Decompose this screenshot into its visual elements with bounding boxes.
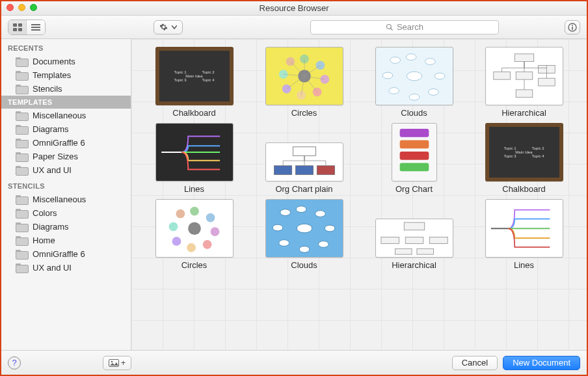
template-lines[interactable]: Lines bbox=[139, 123, 249, 194]
folder-icon bbox=[16, 139, 27, 147]
add-resource-button[interactable]: + bbox=[103, 356, 131, 370]
svg-rect-38 bbox=[514, 54, 534, 62]
svg-rect-51 bbox=[399, 163, 429, 172]
template-label: Circles bbox=[181, 260, 207, 270]
sidebar-item-uxui[interactable]: UX and UI bbox=[1, 163, 131, 177]
template-grid-area: Topic 1Topic 2 Main Idea Topic 3Topic 4 … bbox=[131, 39, 587, 350]
svg-point-57 bbox=[187, 243, 196, 252]
svg-point-60 bbox=[176, 209, 185, 219]
svg-point-10 bbox=[572, 25, 573, 26]
svg-point-63 bbox=[296, 206, 306, 213]
sidebar-item-diagrams[interactable]: Diagrams bbox=[1, 122, 131, 136]
template-clouds[interactable]: Clouds bbox=[359, 47, 469, 118]
template-label: Chalkboard bbox=[502, 184, 546, 194]
help-icon: ? bbox=[12, 358, 16, 368]
sidebar-item-label: Miscellaneous bbox=[33, 111, 86, 120]
image-icon bbox=[109, 359, 119, 367]
svg-rect-4 bbox=[31, 24, 40, 25]
toolbar: Search bbox=[1, 16, 587, 39]
svg-rect-46 bbox=[295, 166, 313, 175]
svg-rect-40 bbox=[516, 72, 533, 79]
svg-point-56 bbox=[202, 240, 211, 249]
template-hierarchical-2[interactable]: Hierarchical bbox=[359, 199, 469, 270]
sidebar-item-omnigraffle6[interactable]: OmniGraffle 6 bbox=[1, 136, 131, 150]
svg-point-35 bbox=[409, 94, 420, 100]
sidebar-item-papersizes[interactable]: Paper Sizes bbox=[1, 150, 131, 163]
list-view-button[interactable] bbox=[27, 20, 45, 34]
svg-point-33 bbox=[434, 73, 445, 79]
grid-icon bbox=[13, 23, 22, 31]
sidebar-item-label: OmniGraffle 6 bbox=[33, 249, 85, 259]
svg-point-54 bbox=[206, 213, 215, 222]
svg-point-58 bbox=[172, 237, 181, 246]
template-hierarchical[interactable]: Hierarchical bbox=[469, 47, 579, 118]
sidebar-header-recents: RECENTS bbox=[1, 39, 131, 55]
sidebar-item-home[interactable]: Home bbox=[1, 234, 131, 247]
action-menu-button[interactable] bbox=[154, 20, 183, 34]
sidebar-item-documents[interactable]: Documents bbox=[1, 55, 131, 68]
sidebar-item-miscellaneous-2[interactable]: Miscellaneous bbox=[1, 193, 131, 206]
template-orgchart-plain[interactable]: Org Chart plain bbox=[249, 123, 359, 194]
svg-point-52 bbox=[188, 222, 201, 235]
folder-icon bbox=[16, 222, 27, 231]
sidebar: RECENTS Documents Templates Stencils TEM… bbox=[1, 39, 131, 350]
template-lines-2[interactable]: Lines bbox=[469, 199, 579, 270]
sidebar-header-templates[interactable]: TEMPLATES bbox=[1, 96, 131, 109]
maximize-icon[interactable] bbox=[30, 4, 37, 11]
sidebar-header-stencils: STENCILS bbox=[1, 177, 131, 193]
svg-rect-0 bbox=[13, 23, 17, 27]
svg-point-59 bbox=[168, 222, 178, 231]
svg-rect-44 bbox=[293, 147, 315, 156]
template-clouds-2[interactable]: Clouds bbox=[249, 199, 359, 270]
svg-point-68 bbox=[278, 240, 289, 247]
template-chalkboard[interactable]: Topic 1Topic 2 Main Idea Topic 3Topic 4 … bbox=[139, 47, 249, 118]
sidebar-item-omnigraffle6-2[interactable]: OmniGraffle 6 bbox=[1, 247, 131, 261]
svg-point-62 bbox=[280, 209, 290, 216]
svg-rect-49 bbox=[399, 141, 429, 149]
window-controls bbox=[7, 4, 37, 11]
folder-icon bbox=[16, 111, 27, 120]
svg-point-37 bbox=[382, 72, 393, 79]
svg-line-26 bbox=[286, 76, 304, 89]
template-label: Hierarchical bbox=[501, 108, 546, 118]
svg-rect-43 bbox=[516, 90, 533, 98]
svg-rect-39 bbox=[493, 72, 510, 79]
thumbnail bbox=[265, 199, 343, 258]
template-chalkboard-2[interactable]: Topic 1Topic 2 Main Idea Topic 3Topic 4 … bbox=[469, 123, 579, 194]
folder-icon bbox=[16, 236, 27, 245]
sidebar-item-diagrams-2[interactable]: Diagrams bbox=[1, 220, 131, 234]
sidebar-item-templates[interactable]: Templates bbox=[1, 68, 131, 82]
info-button[interactable] bbox=[565, 20, 580, 34]
new-document-button[interactable]: New Document bbox=[503, 356, 580, 370]
grid-view-button[interactable] bbox=[8, 20, 27, 34]
search-input[interactable]: Search bbox=[310, 20, 499, 34]
thumbnail bbox=[265, 142, 343, 181]
template-circles-2[interactable]: Circles bbox=[139, 199, 249, 270]
svg-point-61 bbox=[297, 224, 312, 233]
template-circles[interactable]: Circles bbox=[249, 47, 359, 118]
sidebar-item-uxui-2[interactable]: UX and UI bbox=[1, 261, 131, 275]
template-orgchart[interactable]: Org Chart bbox=[359, 123, 469, 194]
svg-point-69 bbox=[273, 224, 283, 231]
sidebar-item-label: UX and UI bbox=[33, 263, 72, 273]
template-label: Circles bbox=[291, 108, 317, 118]
template-label: Clouds bbox=[401, 108, 427, 118]
svg-point-29 bbox=[407, 72, 421, 81]
svg-point-65 bbox=[325, 225, 335, 232]
minimize-icon[interactable] bbox=[18, 4, 25, 11]
sidebar-item-label: OmniGraffle 6 bbox=[33, 138, 85, 148]
folder-icon bbox=[16, 125, 27, 133]
search-placeholder: Search bbox=[397, 22, 423, 32]
svg-point-77 bbox=[111, 360, 113, 362]
sidebar-item-miscellaneous[interactable]: Miscellaneous bbox=[1, 109, 131, 122]
template-label: Hierarchical bbox=[392, 260, 436, 270]
close-icon[interactable] bbox=[7, 4, 14, 11]
svg-rect-75 bbox=[416, 248, 433, 254]
thumbnail: Topic 1Topic 2 Main Idea Topic 3Topic 4 bbox=[485, 123, 563, 181]
sidebar-item-colors[interactable]: Colors bbox=[1, 206, 131, 220]
body: RECENTS Documents Templates Stencils TEM… bbox=[1, 39, 587, 350]
help-button[interactable]: ? bbox=[8, 356, 21, 369]
view-mode-segment bbox=[8, 20, 46, 35]
sidebar-item-stencils[interactable]: Stencils bbox=[1, 82, 131, 96]
cancel-button[interactable]: Cancel bbox=[452, 356, 498, 370]
